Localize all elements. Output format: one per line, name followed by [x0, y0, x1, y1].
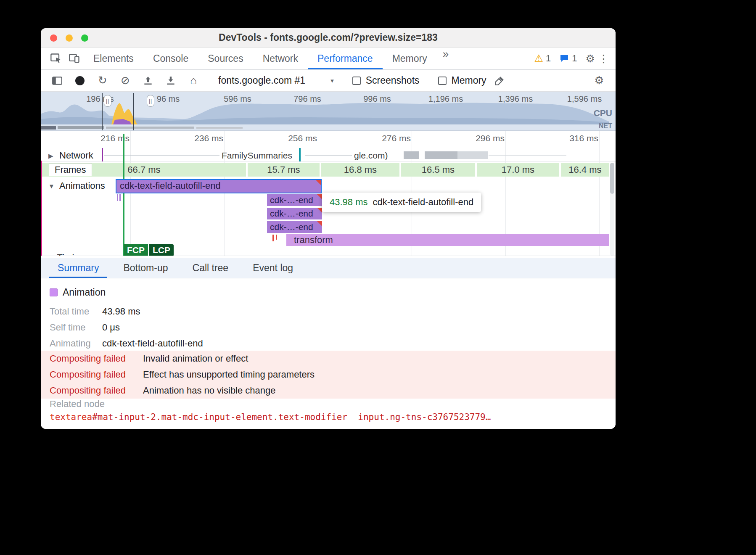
network-request-bar[interactable] — [404, 151, 419, 159]
animations-collapse-icon[interactable]: ▼ — [48, 182, 55, 190]
animating-label: Animating — [50, 336, 91, 352]
overview-time-label: 596 ms — [224, 94, 251, 104]
tooltip-name: cdk-text-field-autofill-end — [373, 197, 474, 208]
profile-select[interactable]: fonts.google.com #1 ▾ — [218, 75, 334, 86]
transform-animation-bar[interactable]: transform — [286, 234, 609, 246]
network-request-bar[interactable] — [457, 151, 488, 159]
animation-tooltip: 43.98 ms cdk-text-field-autofill-end — [322, 193, 481, 212]
range-handle-left[interactable]: || — [104, 95, 111, 107]
network-request-label[interactable]: FamilySummaries — [222, 151, 292, 161]
close-window-button[interactable] — [50, 34, 57, 42]
range-handle-right[interactable]: || — [147, 95, 154, 107]
node-selector: #mat-input-2.mat-mdc-input-element.text-… — [92, 412, 491, 422]
screenshots-checkbox[interactable] — [352, 77, 361, 85]
memory-option[interactable]: Memory — [438, 75, 486, 86]
device-toolbar-icon[interactable] — [65, 53, 84, 64]
animation-bar[interactable]: cdk-…-end — [267, 221, 322, 233]
ruler-tick: 236 ms — [180, 133, 223, 143]
more-tabs-icon[interactable]: » — [437, 48, 455, 69]
frame-segment[interactable]: 16.4 ms — [561, 163, 609, 177]
tab-bottom-up[interactable]: Bottom-up — [115, 258, 176, 278]
screenshots-label: Screenshots — [366, 75, 420, 86]
total-time-label: Total time — [50, 304, 89, 320]
total-time-value: 43.98 ms — [102, 304, 140, 320]
self-time-label: Self time — [50, 320, 86, 336]
compositing-failed-icon — [317, 221, 322, 226]
timeline-tracks[interactable]: 216 ms 236 ms 256 ms 276 ms 296 ms 316 m… — [41, 131, 616, 256]
devtools-tabbar: Elements Console Sources Network Perform… — [41, 48, 616, 70]
tab-memory[interactable]: Memory — [383, 48, 437, 69]
record-button[interactable] — [70, 72, 90, 89]
download-profile-icon[interactable] — [161, 72, 180, 89]
animation-bar[interactable]: cdk-…-end — [267, 208, 322, 219]
ruler-tick: 316 ms — [555, 133, 598, 143]
devtools-window: DevTools - fonts.google.com/?preview.siz… — [41, 28, 616, 429]
clear-recording-button[interactable]: ⊘ — [116, 72, 135, 89]
lcp-badge[interactable]: LCP — [149, 244, 174, 256]
compositing-failed-reason: Animation has no visible change — [143, 383, 276, 399]
capture-settings-gear-icon[interactable]: ⚙ — [589, 72, 609, 89]
ruler-tick: 276 ms — [367, 133, 411, 143]
animations-track-label[interactable]: Animations — [59, 180, 105, 191]
warning-count: 1 — [546, 53, 551, 64]
frame-segment[interactable]: 17.0 ms — [477, 163, 559, 177]
network-expand-icon[interactable]: ▶ — [48, 152, 53, 160]
issue-count: 1 — [572, 53, 577, 64]
timeline-overview[interactable]: 196 ms 96 ms 596 ms 796 ms 996 ms 1,196 … — [41, 92, 616, 131]
compositing-warning-row: Compositing failed Animation has no visi… — [41, 383, 616, 399]
tab-performance[interactable]: Performance — [308, 48, 383, 69]
issues-badge[interactable]: 1 — [559, 53, 577, 64]
upload-profile-icon[interactable] — [138, 72, 158, 89]
titlebar: DevTools - fonts.google.com/?preview.siz… — [41, 28, 616, 48]
inspect-element-icon[interactable] — [47, 53, 65, 64]
tab-summary[interactable]: Summary — [49, 258, 107, 278]
network-track-label[interactable]: Network — [59, 150, 93, 161]
network-request-label[interactable]: gle.com) — [354, 151, 388, 161]
warnings-badge[interactable]: ⚠ 1 — [534, 53, 551, 64]
frame-segment[interactable]: 15.7 ms — [248, 163, 320, 177]
memory-checkbox[interactable] — [438, 77, 447, 85]
tab-network[interactable]: Network — [253, 48, 308, 69]
timings-collapse-icon: ▼ — [48, 255, 55, 256]
home-icon[interactable]: ⌂ — [184, 72, 203, 89]
tab-event-log[interactable]: Event log — [244, 258, 301, 278]
compositing-failed-label: Compositing failed — [50, 383, 126, 399]
tab-call-tree[interactable]: Call tree — [184, 258, 237, 278]
tab-elements[interactable]: Elements — [84, 48, 143, 69]
overview-time-label: 1,196 ms — [428, 94, 463, 104]
compositing-failed-reason: Effect has unsupported timing parameters — [143, 367, 315, 383]
compositing-warning-row: Compositing failed Invalid animation or … — [41, 351, 616, 367]
animation-bar[interactable]: cdk-…-end — [267, 194, 322, 206]
fcp-badge[interactable]: FCP — [124, 244, 148, 256]
zoom-window-button[interactable] — [81, 34, 88, 42]
minimize-window-button[interactable] — [66, 34, 73, 42]
overview-time-label: 796 ms — [293, 94, 321, 104]
toggle-sidebar-icon[interactable] — [48, 72, 67, 89]
screenshots-option[interactable]: Screenshots — [352, 75, 420, 86]
warning-icon: ⚠ — [534, 53, 544, 64]
kebab-menu-icon[interactable]: ⋮ — [598, 53, 609, 65]
window-title: DevTools - fonts.google.com/?preview.siz… — [219, 32, 438, 43]
animation-bar-selected[interactable]: cdk-text-field-autofill-end — [116, 180, 321, 193]
frames-track-label[interactable]: Frames — [49, 164, 92, 176]
collect-garbage-icon[interactable] — [490, 72, 509, 89]
settings-gear-icon[interactable]: ⚙ — [586, 53, 595, 65]
compositing-failed-icon — [316, 180, 321, 185]
tab-sources[interactable]: Sources — [198, 48, 253, 69]
traffic-lights — [50, 34, 88, 42]
compositing-failed-icon — [317, 208, 322, 213]
related-node-label: Related node — [50, 398, 105, 410]
related-node-link[interactable]: textarea#mat-input-2.mat-mdc-input-eleme… — [50, 411, 491, 423]
animation-color-swatch — [50, 288, 58, 296]
summary-panel: Animation Total time 43.98 ms Self time … — [41, 278, 616, 429]
compositing-failed-label: Compositing failed — [50, 367, 126, 383]
frame-segment[interactable]: 16.8 ms — [321, 163, 399, 177]
scrollbar-thumb[interactable] — [610, 163, 614, 194]
timeline-scrollbar[interactable] — [610, 163, 614, 256]
reload-and-record-button[interactable]: ↻ — [93, 72, 112, 89]
tab-console[interactable]: Console — [143, 48, 198, 69]
self-time-value: 0 μs — [102, 320, 120, 336]
network-request-bar[interactable] — [425, 151, 457, 159]
record-icon — [75, 76, 85, 85]
frame-segment[interactable]: 16.5 ms — [401, 163, 475, 177]
